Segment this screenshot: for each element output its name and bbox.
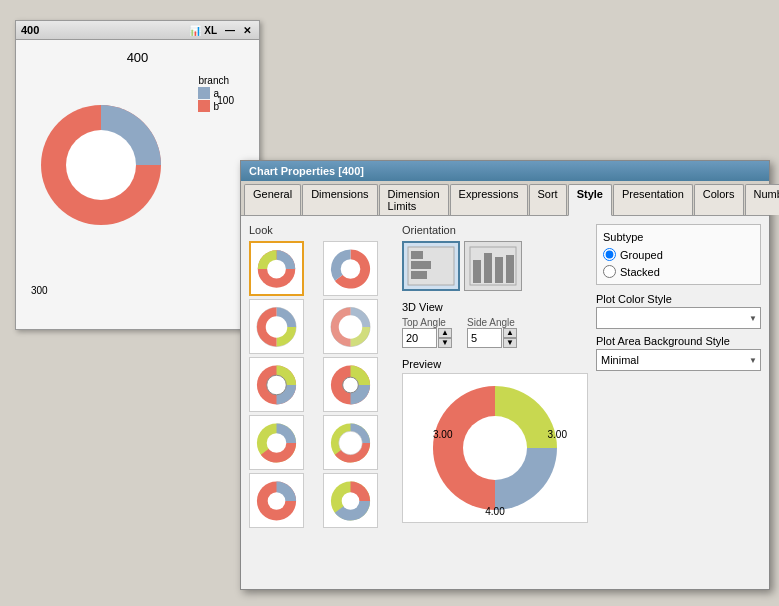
- orientation-section: Orientation: [402, 224, 588, 291]
- side-angle-up[interactable]: ▲: [503, 328, 517, 338]
- svg-rect-23: [411, 251, 423, 259]
- tab-dimensions[interactable]: Dimensions: [302, 184, 377, 215]
- side-angle-field[interactable]: [467, 328, 502, 348]
- subtype-stacked-radio[interactable]: [603, 265, 616, 278]
- svg-point-21: [342, 492, 360, 510]
- plot-area-bg-style-label: Plot Area Background Style: [596, 335, 761, 347]
- subtype-stacked[interactable]: Stacked: [603, 265, 754, 278]
- look-item-6[interactable]: [323, 357, 378, 412]
- svg-point-3: [267, 259, 286, 278]
- plot-area-bg-style-select[interactable]: Minimal None Dark Light: [596, 349, 761, 371]
- plot-color-style-select[interactable]: [596, 307, 761, 329]
- svg-point-19: [268, 492, 286, 510]
- look-panel: Look: [249, 224, 394, 581]
- bg-window-controls[interactable]: 📊 XL — ✕: [186, 25, 254, 36]
- side-angle-group: Side Angle ▲ ▼: [467, 317, 517, 348]
- plot-color-style-label: Plot Color Style: [596, 293, 761, 305]
- look-item-2[interactable]: [323, 241, 378, 296]
- subtype-stacked-label: Stacked: [620, 266, 660, 278]
- tab-sort[interactable]: Sort: [529, 184, 567, 215]
- tab-colors[interactable]: Colors: [694, 184, 744, 215]
- look-icon-6: [327, 361, 374, 409]
- top-angle-input: ▲ ▼: [402, 328, 452, 348]
- minimize-button[interactable]: —: [222, 25, 238, 36]
- top-angle-spinner[interactable]: ▲ ▼: [438, 328, 452, 348]
- bg-donut-container: [26, 90, 186, 250]
- svg-point-7: [267, 317, 287, 337]
- preview-donut-chart: [420, 376, 570, 521]
- angle-row: Top Angle ▲ ▼ Side Angle: [402, 317, 588, 348]
- preview-area: 3.00 3.00 4.00: [402, 373, 588, 523]
- orientation-title: Orientation: [402, 224, 588, 236]
- dialog-title: Chart Properties [400]: [249, 165, 364, 177]
- chart-properties-dialog: Chart Properties [400] General Dimension…: [240, 160, 770, 590]
- bg-chart-title: 400: [21, 50, 254, 65]
- svg-rect-25: [411, 271, 427, 279]
- view-3d-section: 3D View Top Angle ▲ ▼ Side Angl: [402, 301, 588, 348]
- subtype-section: Subtype Grouped Stacked: [596, 224, 761, 285]
- bg-window-titlebar: 400 📊 XL — ✕: [16, 21, 259, 40]
- label-300: 300: [31, 285, 48, 296]
- orientation-horiz-icon: [406, 245, 456, 287]
- background-chart-window: 400 📊 XL — ✕ 400 branch a b 100 300: [15, 20, 260, 330]
- tab-dimension-limits[interactable]: Dimension Limits: [379, 184, 449, 215]
- top-angle-up[interactable]: ▲: [438, 328, 452, 338]
- tab-style[interactable]: Style: [568, 184, 612, 216]
- svg-point-31: [463, 416, 527, 480]
- orientation-vertical[interactable]: [464, 241, 522, 291]
- look-item-3[interactable]: [249, 299, 304, 354]
- look-item-1[interactable]: [249, 241, 304, 296]
- subtype-grouped-radio[interactable]: [603, 248, 616, 261]
- look-icon-9: [253, 477, 300, 525]
- subtype-grouped-label: Grouped: [620, 249, 663, 261]
- look-icon-4: [327, 303, 374, 351]
- tab-general[interactable]: General: [244, 184, 301, 215]
- orientation-horizontal[interactable]: [402, 241, 460, 291]
- tab-number[interactable]: Number: [745, 184, 779, 215]
- plot-color-style-select-container[interactable]: [596, 307, 761, 329]
- dialog-titlebar: Chart Properties [400]: [241, 161, 769, 181]
- look-icon-3: [253, 303, 300, 351]
- orientation-options: [402, 241, 588, 291]
- look-item-5[interactable]: [249, 357, 304, 412]
- preview-section: Preview 3.00: [402, 358, 588, 523]
- plot-color-style-section: Plot Color Style: [596, 293, 761, 329]
- preview-label-right: 3.00: [548, 429, 567, 440]
- plot-area-bg-style-select-container[interactable]: Minimal None Dark Light: [596, 349, 761, 371]
- bg-window-title: 400: [21, 24, 39, 36]
- bg-donut-chart: [26, 90, 176, 240]
- svg-point-15: [267, 433, 287, 453]
- side-angle-down[interactable]: ▼: [503, 338, 517, 348]
- look-item-10[interactable]: [323, 473, 378, 528]
- bg-chart-area: 400 branch a b 100 300: [16, 40, 259, 326]
- look-icon-5: [253, 361, 300, 409]
- look-item-4[interactable]: [323, 299, 378, 354]
- svg-rect-27: [473, 260, 481, 283]
- plot-area-bg-style-section: Plot Area Background Style Minimal None …: [596, 335, 761, 371]
- preview-label-bottom: 4.00: [485, 506, 504, 517]
- tab-expressions[interactable]: Expressions: [450, 184, 528, 215]
- side-angle-spinner[interactable]: ▲ ▼: [503, 328, 517, 348]
- xl-button[interactable]: 📊 XL: [186, 25, 220, 36]
- svg-point-11: [267, 375, 287, 395]
- orientation-vert-icon: [468, 245, 518, 287]
- tab-presentation[interactable]: Presentation: [613, 184, 693, 215]
- look-item-9[interactable]: [249, 473, 304, 528]
- bg-legend-title: branch: [198, 75, 229, 86]
- look-item-7[interactable]: [249, 415, 304, 470]
- subtype-radio-group: Grouped Stacked: [603, 248, 754, 278]
- look-icon-8: [327, 419, 374, 467]
- view-3d-title: 3D View: [402, 301, 588, 313]
- top-angle-down[interactable]: ▼: [438, 338, 452, 348]
- preview-label-left: 3.00: [433, 429, 452, 440]
- top-angle-field[interactable]: [402, 328, 437, 348]
- look-icon-2: [327, 245, 374, 293]
- top-angle-label: Top Angle: [402, 317, 452, 328]
- close-button[interactable]: ✕: [240, 25, 254, 36]
- dialog-tabs[interactable]: General Dimensions Dimension Limits Expr…: [241, 181, 769, 216]
- look-item-8[interactable]: [323, 415, 378, 470]
- top-angle-group: Top Angle ▲ ▼: [402, 317, 452, 348]
- legend-color-b: [198, 100, 210, 112]
- svg-point-13: [343, 377, 359, 393]
- subtype-grouped[interactable]: Grouped: [603, 248, 754, 261]
